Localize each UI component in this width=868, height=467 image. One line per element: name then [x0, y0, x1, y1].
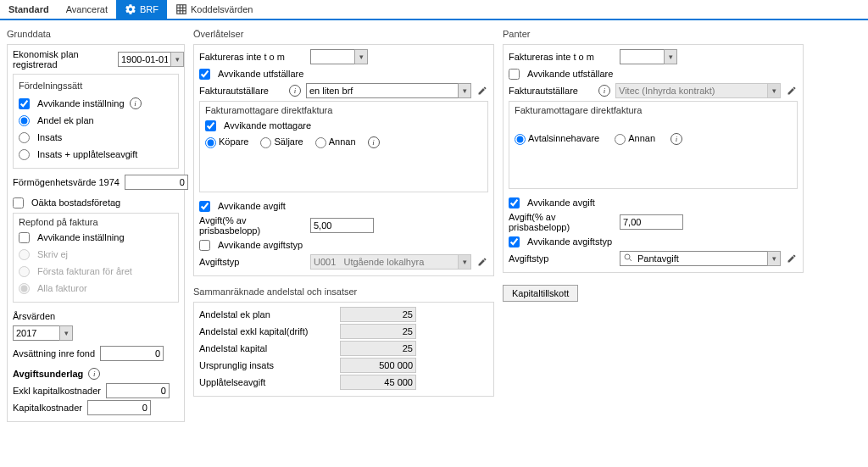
chevron-down-icon[interactable]: ▾: [664, 49, 677, 64]
avvikande-installning-checkbox[interactable]: [19, 98, 30, 109]
ursprunglig-label: Ursprunglig insats: [199, 360, 335, 370]
ov-avvikande-avgift-checkbox[interactable]: [199, 201, 210, 212]
ov-avvikande-avgiftstyp-label: Avvikande avgiftstyp: [218, 240, 303, 250]
kopare-radio[interactable]: [205, 137, 216, 148]
grunddata-title: Grunddata: [7, 27, 185, 39]
date-dropdown-icon[interactable]: ▾: [170, 52, 184, 67]
pa-mottagare-title: Fakturamottagare direktfaktura: [515, 105, 792, 115]
tab-brf-label: BRF: [140, 4, 159, 14]
ov-avgift-pct-input[interactable]: [310, 218, 374, 233]
info-icon[interactable]: i: [598, 85, 610, 97]
tab-brf[interactable]: BRF: [116, 0, 167, 19]
pa-avgift-pct-label: Avgift(% av prisbasbelopp): [509, 212, 615, 232]
saljare-radio[interactable]: [260, 137, 271, 148]
arsvarden-label: Årsvärden: [13, 311, 55, 321]
svg-line-6: [630, 259, 632, 262]
andelstal-ek-plan-label: Andelstal ek plan: [199, 309, 335, 320]
pa-avvikande-utfstallare-label: Avvikande utfställare: [527, 69, 613, 79]
overlatelser-title: Överlåtelser: [193, 27, 494, 39]
insats-upplatelse-radio[interactable]: [19, 149, 30, 160]
ov-avvikande-utfstallare-label: Avvikande utfställare: [218, 69, 303, 79]
kap-input[interactable]: [87, 400, 151, 415]
ov-avvikande-mottagare-checkbox[interactable]: [205, 120, 216, 131]
formogenhetsvarde-input[interactable]: [125, 175, 188, 190]
pa-avvikande-avgift-label: Avvikande avgift: [527, 197, 595, 208]
arsvarden-select[interactable]: [13, 325, 59, 341]
insats-radio[interactable]: [19, 132, 30, 143]
info-icon[interactable]: i: [289, 85, 301, 97]
repfond-avvikande-checkbox[interactable]: [19, 232, 30, 243]
grid-icon: [175, 3, 187, 15]
ov-avgiftstyp-input: [310, 254, 458, 270]
oakta-checkbox[interactable]: [13, 197, 24, 208]
exkl-kap-input[interactable]: [106, 383, 170, 398]
tab-koddelsvarden[interactable]: Koddelsvärden: [167, 0, 261, 19]
alla-fakturor-label: Alla fakturor: [37, 283, 87, 293]
ov-avvikande-utfstallare-checkbox[interactable]: [199, 69, 210, 80]
pa-avvikande-utfstallare-checkbox[interactable]: [509, 69, 520, 80]
ov-avgiftstyp-label: Avgiftstyp: [199, 257, 305, 267]
pa-faktureras-input[interactable]: [620, 49, 664, 64]
chevron-down-icon[interactable]: ▾: [354, 49, 368, 64]
insats-label: Insats: [37, 132, 62, 142]
ursprunglig-value: [340, 358, 416, 373]
edit-icon[interactable]: [786, 253, 798, 264]
avtalsinnehavare-label: Avtalsinnehavare: [528, 133, 599, 143]
avtalsinnehavare-radio[interactable]: [515, 134, 526, 145]
edit-icon[interactable]: [476, 85, 488, 97]
pa-fakturautstallare-label: Fakturautställare: [509, 86, 593, 96]
pa-annan-label: Annan: [628, 133, 655, 143]
ekonomisk-plan-date[interactable]: [118, 52, 170, 67]
exkl-kap-label: Exkl kapitalkostnader: [13, 386, 101, 396]
avvikande-installning-label: Avvikande inställning: [37, 98, 125, 108]
chevron-down-icon[interactable]: ▾: [458, 83, 471, 98]
forsta-fakturan-radio: [19, 266, 30, 277]
repfond-title: Repfond på faktura: [19, 217, 173, 227]
alla-fakturor-radio: [19, 283, 30, 294]
pa-avgiftstyp-input[interactable]: [620, 251, 767, 266]
kapitaltillskott-button[interactable]: Kapitaltillskott: [503, 285, 578, 302]
pa-annan-radio[interactable]: [615, 134, 626, 145]
skriv-ej-radio: [19, 249, 30, 260]
avgiftsunderlag-label: Avgiftsunderlag: [13, 369, 83, 379]
chevron-down-icon[interactable]: ▾: [767, 251, 781, 266]
pa-faktureras-label: Faktureras inte t o m: [509, 52, 615, 62]
pa-avvikande-avgift-checkbox[interactable]: [509, 197, 520, 208]
tab-koddelsvarden-label: Koddelsvärden: [191, 4, 253, 14]
andelstal-kap-label: Andelstal kapital: [199, 343, 335, 353]
svg-point-5: [625, 254, 630, 259]
andel-ek-plan-radio[interactable]: [19, 115, 30, 126]
ov-avvikande-avgiftstyp-checkbox[interactable]: [199, 240, 210, 251]
info-icon[interactable]: i: [88, 368, 100, 380]
edit-icon[interactable]: [476, 256, 488, 268]
pa-avvikande-avgiftstyp-label: Avvikande avgiftstyp: [527, 236, 612, 247]
ov-faktureras-input[interactable]: [310, 49, 354, 64]
chevron-down-icon: ▾: [458, 254, 471, 270]
avsattning-label: Avsättning inre fond: [13, 348, 95, 359]
pa-avgift-pct-input[interactable]: [620, 214, 683, 230]
ov-fakturautstallare-label: Fakturautställare: [199, 86, 284, 96]
oakta-label: Oäkta bostadsföretag: [31, 197, 120, 208]
info-icon[interactable]: i: [670, 133, 682, 145]
arsvarden-dropdown-icon[interactable]: ▾: [59, 325, 73, 341]
insats-upplatelse-label: Insats + upplåtelseavgift: [37, 149, 137, 159]
tab-standard-label: Standard: [8, 4, 49, 14]
kopare-label: Köpare: [219, 136, 248, 147]
ov-avvikande-avgift-label: Avvikande avgift: [218, 201, 286, 211]
edit-icon[interactable]: [786, 85, 798, 97]
pa-avvikande-avgiftstyp-checkbox[interactable]: [509, 236, 520, 247]
andelstal-exkl-value: [340, 324, 416, 339]
andelstal-kap-value: [340, 341, 416, 356]
sammanraknade-title: Sammanräknade andelstal och insatser: [193, 285, 494, 297]
avsattning-input[interactable]: [100, 346, 164, 361]
info-icon[interactable]: i: [130, 97, 142, 109]
forsta-fakturan-label: Första fakturan för året: [37, 266, 132, 276]
info-icon[interactable]: i: [368, 136, 380, 148]
tab-standard[interactable]: Standard: [0, 0, 58, 19]
fordelningssatt-title: Fördelningssätt: [19, 81, 82, 91]
tab-avancerat[interactable]: Avancerat: [58, 0, 116, 19]
formogenhetsvarde-label: Förmögenhetsvärde 1974: [13, 177, 120, 187]
pa-avgiftstyp-label: Avgiftstyp: [509, 253, 615, 264]
ov-fakturautstallare-input[interactable]: [306, 83, 458, 98]
ov-annan-radio[interactable]: [315, 137, 326, 148]
